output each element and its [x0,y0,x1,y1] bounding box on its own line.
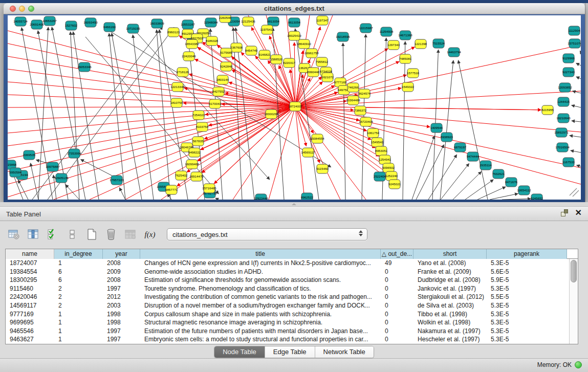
delete-table-icon[interactable] [104,228,118,241]
network-node[interactable]: 2522404 [374,172,386,181]
network-node[interactable]: 1061754 [367,128,380,138]
network-node[interactable]: 1549322 [402,82,415,92]
network-node[interactable]: 8953051 [375,146,388,156]
panel-splitter[interactable] [0,202,588,206]
network-node[interactable]: 1167533 [562,158,575,167]
network-node[interactable]: 7515524 [432,39,445,48]
network-node[interactable]: 7632621 [492,169,505,179]
network-node[interactable]: 9115460 [316,164,329,173]
network-node[interactable]: 11975413 [260,25,274,34]
network-node[interactable]: 19384554 [310,134,324,143]
network-node-hub[interactable]: 18724007 [288,102,302,111]
network-node[interactable]: 22420046 [182,52,196,61]
network-node[interactable]: 1621072 [321,73,334,82]
network-node[interactable]: 15751074 [568,39,581,48]
network-node[interactable]: 9245021 [388,180,401,189]
network-node[interactable]: 6879197 [454,143,467,152]
network-node[interactable]: 3170041 [209,99,222,108]
network-node[interactable]: 7386372 [354,106,367,115]
splitter-grip-icon[interactable] [292,203,296,205]
network-node[interactable]: 14671368 [398,31,412,40]
network-node[interactable]: 18325419 [287,31,301,40]
network-node[interactable]: 1197347 [316,16,329,25]
network-node[interactable]: 2803144 [216,75,229,84]
column-header-name[interactable]: name [6,249,54,259]
network-node[interactable]: 12215987 [359,24,373,33]
network-node[interactable]: 8427552 [212,87,225,96]
network-node[interactable]: 14463794 [447,48,461,57]
network-node[interactable]: 5938923 [441,133,453,142]
tab-edge-table[interactable]: Edge Table [265,346,315,358]
network-node[interactable]: 16914479 [189,172,204,181]
column-header-short[interactable]: short [413,249,487,259]
table-row[interactable]: 969969511998Structural magnetic resonanc… [6,318,569,327]
tab-network-table[interactable]: Network Table [315,346,374,358]
network-node[interactable]: 8960123 [167,28,180,37]
network-node[interactable]: 7625402 [175,171,188,180]
network-node[interactable]: 7254021 [192,111,205,120]
network-node[interactable]: 12125436 [241,17,255,26]
network-node[interactable]: 18300295 [264,110,278,119]
network-node[interactable]: 15892971 [554,128,569,137]
network-node[interactable]: 1297343 [387,40,400,50]
memory-status-indicator-icon[interactable] [575,361,582,368]
network-canvas[interactable]: 1405572420691406106532671527602160934936… [8,15,581,200]
network-node[interactable]: 10654112 [517,186,531,195]
network-node[interactable]: 8215955 [541,105,554,115]
network-node[interactable]: 16099468 [185,160,199,169]
network-node[interactable]: 12213343 [170,82,185,92]
row-height-icon[interactable] [66,228,79,241]
column-header-pagerank[interactable]: pagerank [487,249,567,259]
table-row[interactable]: 911546021997Tourette syndrome. Phenomeno… [6,285,569,293]
tab-node-table[interactable]: Node Table [214,346,265,358]
column-visibility-icon[interactable] [27,228,40,241]
network-node[interactable]: 10553287 [181,20,195,29]
network-node[interactable]: 2935114 [480,161,492,170]
network-node[interactable]: 1252240 [385,171,398,181]
table-row[interactable]: 1938455462009Genome-wide association stu… [6,268,569,276]
table-selector-dropdown[interactable]: citations_edges.txt [167,228,367,240]
network-node[interactable]: 17957223 [110,176,124,185]
network-node[interactable]: 1254941 [379,155,391,164]
column-header-title[interactable]: title [140,249,381,259]
column-header-in-degree[interactable]: in_degree [54,249,103,259]
network-node[interactable]: 8990448 [307,68,320,77]
network-node[interactable]: 6466160 [103,23,116,32]
select-all-check-icon[interactable] [46,228,59,241]
close-panel-icon[interactable]: ✕ [575,209,582,217]
new-table-icon[interactable] [85,228,98,241]
network-node[interactable]: 1810754 [170,98,183,107]
network-node[interactable]: 9242848 [220,62,233,71]
table-row[interactable]: 1830029562008Estimation of significance … [6,276,569,285]
scrollbar-thumb[interactable] [571,260,577,282]
network-node[interactable]: 1112904 [568,26,580,35]
network-node[interactable]: 9175685 [220,48,233,57]
network-node[interactable]: 26053346 [77,62,92,72]
network-node[interactable]: 9096502 [382,163,395,172]
network-node[interactable]: 15716485 [202,184,216,193]
network-node[interactable]: 2718126 [177,68,189,77]
network-node[interactable]: 5950584 [9,168,22,177]
network-node[interactable]: 12093852 [558,83,572,92]
network-node[interactable]: 9146821 [258,50,271,59]
network-node[interactable]: 746266 [347,83,359,92]
network-node[interactable]: 7955812 [316,57,329,67]
network-node[interactable]: 8613054 [288,18,301,27]
network-node[interactable]: 9857771 [165,185,178,194]
network-node[interactable]: 10975887 [46,162,60,171]
table-settings-icon[interactable] [7,228,20,241]
network-node[interactable]: 11548084 [204,18,218,27]
network-node[interactable]: 20691406 [30,20,44,29]
network-node[interactable]: 18640910 [297,39,311,49]
network-node[interactable]: 567835 [192,137,204,146]
network-node[interactable]: 1577516 [407,69,420,78]
network-node[interactable]: 16210643 [556,114,571,123]
table-row[interactable]: 1872400712008Changes of HCN gene express… [6,259,569,268]
canvas-resize-grip[interactable] [570,188,579,196]
network-node[interactable]: 9227343 [562,68,575,77]
network-graph[interactable]: 1405572420691406106532671527602160934936… [8,15,581,200]
network-node[interactable]: 9245652 [531,194,543,200]
network-node[interactable]: 1221398 [415,39,427,49]
network-node[interactable]: 1527602 [65,21,78,30]
network-node[interactable]: 12905135 [54,173,69,183]
